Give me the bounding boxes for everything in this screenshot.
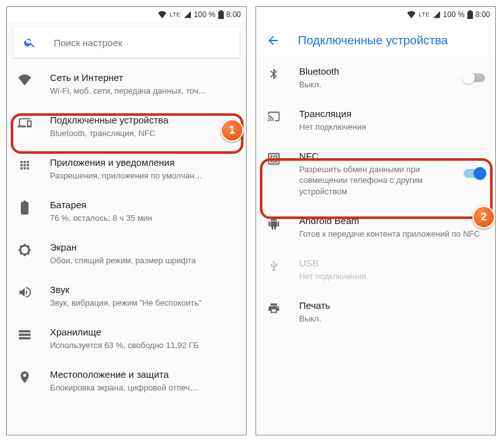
- battery-icon: [17, 200, 32, 215]
- battery-icon: [467, 10, 473, 19]
- bluetooth-switch[interactable]: [464, 73, 485, 82]
- usb-icon: [266, 258, 281, 273]
- search-settings[interactable]: Поиск настроек: [13, 27, 240, 58]
- row-subtitle: Готов к передаче контента приложений по …: [299, 228, 485, 240]
- page-header: Подключенные устройства: [256, 22, 495, 56]
- clock: 8:00: [476, 10, 490, 19]
- row-subtitle: Обои, спящий режим, размер шрифта: [50, 255, 236, 266]
- row-connected-devices[interactable]: Подключенные устройства Bluetooth, транс…: [7, 105, 246, 147]
- cast-icon: [266, 109, 281, 124]
- lte-label: LTE: [419, 11, 429, 18]
- row-android-beam[interactable]: Android Beam Готов к передаче контента п…: [256, 206, 495, 248]
- row-apps[interactable]: Приложения и уведомления Разрешения, при…: [7, 147, 246, 190]
- row-subtitle: Выкл.: [299, 79, 441, 90]
- row-subtitle: Wi-Fi, моб. сети, передача данных, точ…: [50, 85, 236, 97]
- search-icon: [23, 36, 36, 49]
- row-bluetooth[interactable]: Bluetooth Выкл.: [256, 56, 495, 99]
- page-title: Подключенные устройства: [298, 34, 448, 47]
- clock: 8:00: [226, 10, 241, 19]
- row-subtitle: Выкл.: [299, 313, 485, 325]
- row-subtitle: Используется 63 %, свободно 11,92 ГБ: [50, 340, 236, 351]
- row-subtitle: 76 %, осталось: 8 ч 35 мин: [50, 213, 236, 224]
- row-subtitle: Нет подключения: [299, 271, 485, 282]
- battery-pct: 100 %: [443, 10, 465, 19]
- row-network[interactable]: Сеть и Интернет Wi-Fi, моб. сети, переда…: [7, 63, 246, 105]
- apps-icon: [17, 158, 32, 173]
- row-cast[interactable]: Трансляция Нет подключения: [256, 99, 495, 141]
- wifi-icon: [17, 73, 32, 88]
- wifi-icon: [157, 11, 167, 18]
- row-title: Bluetooth: [299, 65, 441, 78]
- row-title: Местоположение и защита: [50, 368, 236, 381]
- storage-icon: [17, 327, 32, 342]
- status-bar: LTE 100 % 8:00: [7, 7, 246, 22]
- phone-left: LTE 100 % 8:00 Поиск настроек Сеть и Инт…: [6, 6, 247, 435]
- location-icon: [17, 370, 32, 385]
- row-title: Звук: [50, 284, 236, 296]
- row-subtitle: Нет подключения: [299, 122, 485, 133]
- row-title: Экран: [50, 241, 236, 254]
- row-security[interactable]: Местоположение и защита Блокировка экран…: [7, 359, 246, 402]
- wifi-icon: [407, 11, 416, 18]
- row-title: Трансляция: [299, 108, 485, 120]
- phone-right: LTE 100 % 8:00 Подключенные устройства B…: [255, 6, 496, 435]
- row-storage[interactable]: Хранилище Используется 63 %, свободно 11…: [7, 317, 246, 359]
- android-icon: [266, 216, 281, 231]
- row-battery[interactable]: Батарея 76 %, осталось: 8 ч 35 мин: [7, 190, 246, 232]
- print-icon: [266, 301, 281, 316]
- row-subtitle: Блокировка экрана, цифровой отпеч…: [50, 382, 236, 394]
- row-title: USB: [299, 257, 485, 270]
- row-subtitle: Bluetooth, трансляция, NFC: [50, 128, 236, 139]
- devices-icon: [17, 115, 32, 130]
- row-display[interactable]: Экран Обои, спящий режим, размер шрифта: [7, 232, 246, 275]
- sound-icon: [17, 285, 32, 300]
- status-bar: LTE 100 % 8:00: [256, 7, 495, 22]
- search-placeholder: Поиск настроек: [54, 37, 122, 48]
- row-title: Батарея: [50, 199, 236, 211]
- nfc-switch[interactable]: [464, 169, 485, 178]
- lte-label: LTE: [169, 11, 180, 18]
- signal-icon: [183, 11, 192, 18]
- row-title: Android Beam: [299, 215, 485, 227]
- row-title: Подключенные устройства: [50, 114, 236, 127]
- brightness-icon: [17, 242, 32, 258]
- bluetooth-icon: [266, 66, 281, 82]
- row-title: Сеть и Интернет: [50, 72, 236, 84]
- row-sound[interactable]: Звук Звук, вибрация, режим "Не беспокоит…: [7, 275, 246, 317]
- row-title: NFC: [299, 150, 441, 163]
- row-subtitle: Разрешения, приложения по умолчан…: [50, 170, 236, 182]
- row-nfc[interactable]: NFC Разрешить обмен данными при совмещен…: [256, 141, 495, 206]
- battery-icon: [218, 10, 224, 19]
- back-button[interactable]: [266, 34, 280, 47]
- row-usb: USB Нет подключения: [256, 248, 495, 290]
- row-print[interactable]: Печать Выкл.: [256, 290, 495, 333]
- row-subtitle: Разрешить обмен данными при совмещении т…: [299, 164, 441, 197]
- row-title: Хранилище: [50, 326, 236, 339]
- nfc-icon: [266, 151, 281, 166]
- row-title: Приложения и уведомления: [50, 156, 236, 169]
- battery-pct: 100 %: [194, 10, 216, 19]
- row-subtitle: Звук, вибрация, режим "Не беспокоить": [50, 297, 236, 309]
- signal-icon: [433, 11, 441, 18]
- row-title: Печать: [299, 299, 485, 312]
